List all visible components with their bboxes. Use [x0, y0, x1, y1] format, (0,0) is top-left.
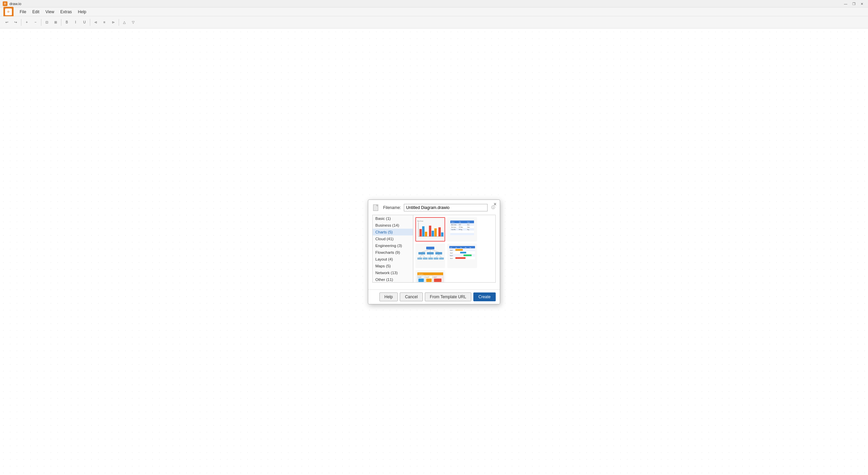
category-list: Basic (1) Business (14) Charts (5) Cloud…	[373, 215, 413, 282]
toolbar-bold[interactable]: B	[63, 18, 71, 26]
tree-chart-svg	[417, 245, 444, 266]
svg-text:Lane A: Lane A	[418, 277, 421, 278]
filename-input[interactable]	[404, 204, 488, 211]
toolbar-underline[interactable]: U	[80, 18, 88, 26]
toolbar-zoom-in[interactable]: +	[23, 18, 31, 26]
toolbar-align-right[interactable]: ⊳	[109, 18, 117, 26]
svg-rect-41	[439, 258, 444, 260]
svg-line-44	[430, 249, 439, 252]
logo-area: D	[3, 7, 14, 17]
logo-inner: D	[5, 8, 12, 15]
category-basic[interactable]: Basic (1)	[373, 215, 413, 222]
toolbar-italic[interactable]: I	[72, 18, 80, 26]
svg-rect-36	[435, 252, 442, 254]
svg-rect-5	[419, 229, 422, 236]
svg-text:Task 4: Task 4	[450, 258, 453, 259]
svg-line-49	[439, 254, 441, 258]
toolbar-fit[interactable]: ⊡	[43, 18, 51, 26]
close-button[interactable]: ✕	[859, 1, 865, 7]
svg-rect-7	[425, 232, 427, 236]
category-business[interactable]: Business (14)	[373, 222, 413, 229]
svg-rect-11	[438, 227, 441, 236]
toolbar-sep-4	[90, 19, 90, 26]
svg-rect-9	[432, 231, 434, 236]
template-bar-chart[interactable]: Bar Chart	[415, 217, 445, 242]
dialog-close-button[interactable]: ✕	[492, 202, 498, 207]
help-button[interactable]: Help	[379, 292, 398, 301]
template-table-chart[interactable]: Category Lane A Lane B Lane C	[415, 270, 445, 282]
svg-rect-73	[418, 279, 424, 282]
restore-button[interactable]: ❐	[850, 1, 857, 7]
svg-line-47	[430, 254, 431, 258]
svg-line-48	[436, 254, 439, 258]
category-cloud[interactable]: Cloud (41)	[373, 235, 413, 242]
app-icon: D	[3, 1, 7, 6]
svg-line-46	[422, 254, 425, 258]
menu-file[interactable]: File	[17, 8, 29, 15]
svg-rect-64	[463, 254, 472, 256]
svg-text:Title: Title	[459, 222, 461, 223]
svg-text:Task: Task	[450, 247, 452, 248]
logo-box: D	[3, 7, 14, 17]
menu-view[interactable]: View	[43, 8, 57, 15]
create-button[interactable]: Create	[473, 292, 496, 301]
menu-extras[interactable]: Extras	[58, 8, 75, 15]
toolbar: ↩ ↪ + − ⊡ ⊞ B I U ⊲ ≡ ⊳ △ ▽	[0, 16, 868, 28]
minimize-button[interactable]: —	[842, 1, 849, 7]
svg-rect-32	[450, 233, 474, 235]
dialog-overlay: ✕ Filename: ⓘ	[0, 28, 868, 475]
table-chart-svg: Category Lane A Lane B Lane C	[417, 272, 444, 282]
svg-rect-12	[441, 232, 443, 236]
toolbar-back[interactable]: ▽	[129, 18, 137, 26]
file-svg-icon	[373, 204, 380, 211]
toolbar-align-left[interactable]: ⊲	[92, 18, 100, 26]
org-chart-svg: Name Title Dept Alice Smith CEO Exec Bob…	[449, 219, 476, 240]
toolbar-align-center[interactable]: ≡	[100, 18, 108, 26]
template-gantt-chart[interactable]: Task Jan Feb Mar Apr Task 1 Task 2	[447, 244, 477, 268]
svg-rect-78	[425, 276, 433, 282]
toolbar-front[interactable]: △	[120, 18, 129, 26]
dialog-body: Filename: ⓘ Basic (1) Business (14) Char…	[368, 200, 500, 287]
toolbar-redo[interactable]: ↪	[12, 18, 20, 26]
category-engineering[interactable]: Engineering (3)	[373, 242, 413, 249]
svg-text:Sales: Sales	[467, 227, 470, 228]
svg-rect-67	[455, 257, 466, 259]
category-flowcharts[interactable]: Flowcharts (9)	[373, 249, 413, 256]
app-title: draw.io	[9, 2, 21, 6]
from-template-url-button[interactable]: From Template URL	[425, 292, 471, 301]
template-org-chart[interactable]: Name Title Dept Alice Smith CEO Exec Bob…	[447, 217, 477, 242]
svg-text:Dept: Dept	[467, 222, 470, 223]
category-network[interactable]: Network (13)	[373, 269, 413, 276]
category-other[interactable]: Other (11)	[373, 276, 413, 282]
bar-chart-svg: Bar Chart	[417, 219, 444, 240]
category-charts[interactable]: Charts (5)	[373, 229, 413, 235]
menu-help[interactable]: Help	[75, 8, 89, 15]
svg-rect-10	[434, 228, 437, 236]
template-tree-chart[interactable]	[415, 244, 445, 268]
svg-text:Jan: Jan	[455, 247, 457, 248]
svg-text:Mar: Mar	[465, 247, 467, 248]
svg-rect-39	[428, 258, 433, 260]
category-layout[interactable]: Layout (4)	[373, 256, 413, 263]
toolbar-undo[interactable]: ↩	[3, 18, 11, 26]
titlebar: D draw.io — ❐ ✕	[0, 0, 868, 7]
app-icon-text: D	[4, 2, 6, 5]
category-maps[interactable]: Maps (5)	[373, 263, 413, 269]
toolbar-sep-2	[41, 19, 41, 26]
toolbar-sep-1	[21, 19, 21, 26]
menu-edit[interactable]: Edit	[29, 8, 42, 15]
svg-rect-61	[460, 252, 466, 253]
svg-text:Bar Chart: Bar Chart	[417, 220, 423, 222]
svg-text:Carol Wu: Carol Wu	[451, 229, 456, 230]
window-controls: — ❐ ✕	[842, 1, 865, 7]
svg-rect-37	[417, 258, 422, 260]
new-diagram-dialog: ✕ Filename: ⓘ	[368, 200, 500, 304]
svg-text:Eng: Eng	[467, 229, 469, 230]
toolbar-reset[interactable]: ⊞	[52, 18, 60, 26]
cancel-button[interactable]: Cancel	[400, 292, 422, 301]
svg-line-45	[420, 254, 422, 258]
toolbar-zoom-out[interactable]: −	[32, 18, 40, 26]
toolbar-sep-5	[119, 19, 119, 26]
dialog-footer: Help Cancel From Template URL Create	[368, 289, 500, 304]
svg-text:Task 2: Task 2	[450, 252, 453, 254]
